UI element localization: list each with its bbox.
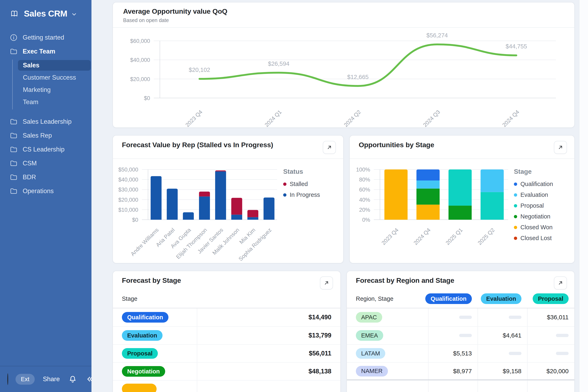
card-opportunities-by-stage: Opportunities by Stage 0%20%40%60%80%100… [349,135,575,264]
table-row[interactable]: Qualification$14,490 [113,308,340,326]
legend-dot [283,182,286,186]
info-icon [10,34,18,42]
empty-value [478,345,527,362]
region-pill: EMEA [356,330,383,341]
svg-text:$0: $0 [132,217,138,223]
forecast-value: $56,011 [197,345,340,362]
table-header-row: Region, Stage QualificationEvaluationPro… [347,290,574,308]
line-chart: $0$20,000$40,000$60,000$20,102$26,594$12… [113,28,574,128]
card-title: Average Opportunity value QoQ [123,7,564,15]
stage-cell: Proposal [113,348,197,359]
folder-icon [10,118,18,126]
bell-icon [68,375,77,384]
table-row[interactable]: Negotiation$48,138 [113,362,340,380]
sidebar-item-sales-rep[interactable]: Sales Rep [0,128,92,142]
app-root: Sales CRM Getting startedExec TeamSalesC… [0,0,588,392]
avatar[interactable] [7,373,8,385]
legend-status: StatusStalledIn Progress [283,162,334,262]
empty-dash [459,316,472,319]
column-header-evaluation: Evaluation [478,294,527,304]
stage-pill: Qualification [425,294,472,304]
forecast-value [197,380,340,392]
svg-text:$50,000: $50,000 [118,166,138,173]
sidebar-subitem-sales[interactable]: Sales [18,60,91,71]
sidebar-item-getting-started[interactable]: Getting started [0,30,92,44]
sidebar-item-exec-team[interactable]: Exec Team [0,44,92,58]
card-header: Opportunities by Stage [350,136,574,159]
table-row[interactable]: Evaluation$13,799 [113,326,340,344]
sidebar-subitem-customer-success[interactable]: Customer Success [18,72,91,83]
folder-icon [10,146,18,153]
empty-dash [509,316,522,319]
table-row[interactable]: APAC$36,011 [347,308,574,326]
charts-row: Forecast Value by Rep (Stalled vs In Pro… [112,135,575,264]
workspace-switcher[interactable]: Sales CRM [0,0,92,27]
card-title: Opportunities by Stage [359,141,434,149]
region-cell: LATAM [347,348,428,359]
empty-dash [556,334,568,337]
legend-dot [514,182,517,186]
book-icon [10,9,19,18]
folder-icon [10,173,18,181]
expand-button[interactable] [320,276,333,290]
region-pill: APAC [356,312,382,322]
table-row[interactable]: LATAM$5,513 [347,344,574,362]
empty-value [478,308,527,326]
sidebar-subitem-team[interactable]: Team [18,97,91,108]
legend-item-closed-won: Closed Won [514,224,565,231]
sidebar-item-operations[interactable]: Operations [0,184,92,198]
column-header-region: Region, Stage [347,296,428,302]
table-row[interactable]: NAMER$8,977$9,158$20,000 [347,362,574,380]
app-title: Sales CRM [24,9,68,18]
legend-title: Status [283,168,334,176]
sidebar-subitem-marketing[interactable]: Marketing [18,84,91,95]
legend-item-negotiation: Negotiation [514,213,565,220]
percent-stacked-bar-chart: 0%20%40%60%80%100%2023 Q42024 Q42025 Q12… [359,162,514,262]
legend-item-evaluation: Evaluation [514,192,565,198]
chart-area: 0%20%40%60%80%100%2023 Q42024 Q42025 Q12… [350,159,574,262]
svg-text:60%: 60% [359,186,370,193]
region-cell: APAC [347,312,428,322]
notifications-button[interactable] [68,375,77,384]
column-header-proposal: Proposal [527,294,574,304]
share-button[interactable]: Share [43,376,60,383]
svg-text:$20,102: $20,102 [189,66,210,73]
svg-text:$44,755: $44,755 [506,43,527,50]
svg-text:20%: 20% [359,207,370,213]
empty-value [527,327,574,344]
expand-button[interactable] [323,141,336,154]
expand-button[interactable] [554,276,567,290]
table-row[interactable] [113,380,340,392]
card-header: Forecast by Stage [113,271,340,290]
legend-stage: StageQualificationEvaluationProposalNego… [514,162,565,262]
legend-dot [514,204,517,208]
stage-pill: Evaluation [122,330,162,341]
legend-item-qualification: Qualification [514,181,565,188]
region-pill: LATAM [356,348,385,359]
expand-button[interactable] [554,141,567,154]
sidebar-item-cs-leadership[interactable]: CS Leadership [0,142,92,156]
stage-cell: Negotiation [113,366,197,377]
table-header-row: Stage [113,290,340,308]
svg-text:2025 Q1: 2025 Q1 [444,227,464,246]
stage-pill: Proposal [533,294,568,304]
table-row[interactable]: Proposal$56,011 [113,344,340,362]
sidebar-item-sales-leadership[interactable]: Sales Leadership [0,115,92,128]
expand-arrow-icon [558,144,564,150]
ext-badge[interactable]: Ext [16,374,35,385]
card-avg-opportunity-value: Average Opportunity value QoQ Based on o… [112,2,575,128]
svg-text:$10,000: $10,000 [118,207,138,213]
svg-text:2024 Q3: 2024 Q3 [422,109,441,128]
table-row[interactable]: EMEA$4,641 [347,326,574,344]
legend-item-in-progress: In Progress [283,192,334,198]
scrollbar-track[interactable] [579,0,588,392]
stage-pill [122,384,156,392]
sidebar-item-csm[interactable]: CSM [0,156,92,170]
svg-text:100%: 100% [356,166,370,173]
sidebar-footer: Ext Share [0,366,92,392]
sidebar-item-bdr[interactable]: BDR [0,170,92,184]
stage-pill: Qualification [122,312,168,322]
card-title: Forecast by Stage [122,276,181,284]
card-forecast-by-region: Forecast by Region and Stage Region, Sta… [346,271,575,392]
chevron-down-icon [71,12,77,18]
